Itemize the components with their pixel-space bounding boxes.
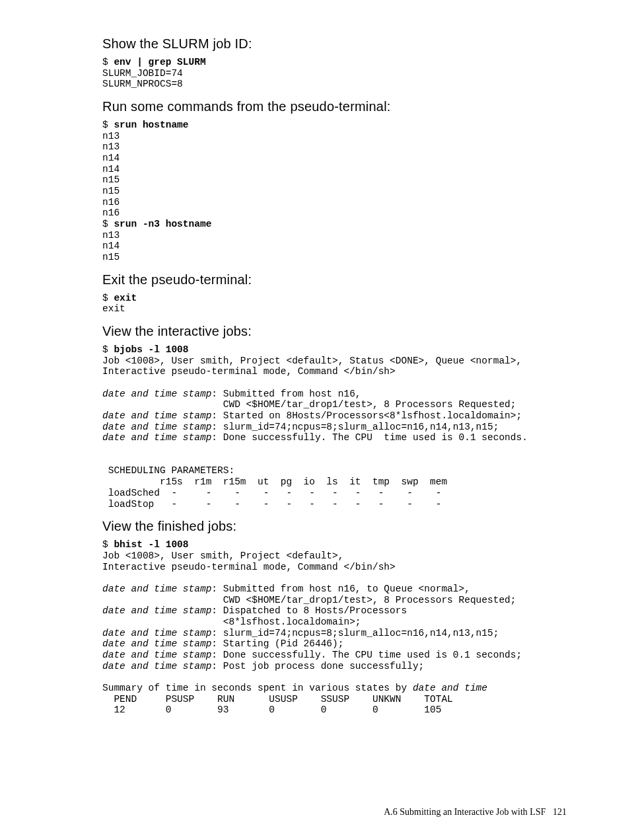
- heading-pseudo-terminal: Run some commands from the pseudo-termin…: [102, 99, 567, 114]
- heading-exit: Exit the pseudo-terminal:: [102, 272, 567, 287]
- code-bhist: $ bhist -l 1008 Job <1008>, User smith, …: [102, 539, 567, 716]
- code-bjobs: $ bjobs -l 1008 Job <1008>, User smith, …: [102, 344, 567, 510]
- code-exit: $ exit exit: [102, 293, 567, 315]
- footer-page-number: 121: [553, 807, 567, 817]
- footer-section: A.6 Submitting an Interactive Job with L…: [384, 807, 545, 817]
- code-srun: $ srun hostname n13 n13 n14 n14 n15 n15 …: [102, 120, 567, 263]
- heading-view-interactive: View the interactive jobs:: [102, 324, 567, 339]
- heading-view-finished: View the finished jobs:: [102, 519, 567, 534]
- page: Show the SLURM job ID: $ env | grep SLUR…: [0, 0, 630, 840]
- heading-slurm-job-id: Show the SLURM job ID:: [102, 36, 567, 52]
- code-env: $ env | grep SLURM SLURM_JOBID=74 SLURM_…: [102, 57, 567, 90]
- page-footer: A.6 Submitting an Interactive Job with L…: [384, 807, 567, 818]
